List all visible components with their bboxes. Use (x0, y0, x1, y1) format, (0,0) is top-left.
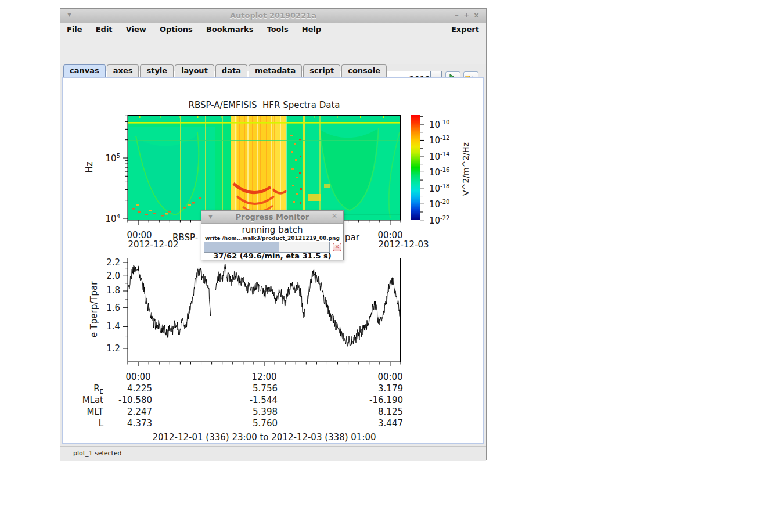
expert-menu[interactable]: Expert (448, 23, 483, 36)
spectrogram-ytick-1e4: 104 (97, 213, 120, 224)
tab-axes[interactable]: axes (107, 64, 139, 77)
colorbar-tick-4: 10-18 (429, 183, 449, 194)
plot2-title-fragment-left: RBSP- (172, 232, 198, 243)
window-title: Autoplot 20190221a (60, 11, 486, 20)
ephem-l-2: 5.760 (225, 418, 278, 429)
progress-task-label: running batch (201, 225, 343, 235)
ts-xtick-2: 00:00 (376, 372, 404, 382)
colorbar-gradient (411, 115, 420, 220)
uri-toolbar: a_rel04_ect-hope-mom-l3_$Y$m$d_v$(v,sep)… (60, 36, 486, 64)
colorbar-tick-6: 10-22 (429, 215, 449, 226)
ephem-re-1: 4.225 (100, 383, 152, 394)
timeseries-frame (128, 258, 401, 362)
minimize-button[interactable]: – (452, 10, 462, 19)
tab-console[interactable]: console (341, 64, 387, 77)
progress-monitor-dialog[interactable]: ▼ Progress Monitor ✕ running batch write… (201, 210, 344, 260)
ephem-mlat-3: -16.190 (351, 395, 403, 405)
ephem-re-2: 5.756 (225, 383, 278, 394)
ephem-label-mlat: MLat (69, 395, 103, 405)
dialog-title-bar[interactable]: ▼ Progress Monitor ✕ (201, 211, 343, 224)
menu-view[interactable]: View (121, 23, 152, 36)
tab-strip: canvasaxesstylelayoutdatametadatascriptc… (60, 64, 486, 77)
colorbar-tick-2: 10-14 (429, 151, 449, 162)
timeseries-plot[interactable] (121, 258, 401, 369)
tab-layout[interactable]: layout (175, 64, 214, 77)
colorbar-tick-5: 10-20 (429, 199, 449, 210)
ephem-label-mlt: MLT (69, 407, 103, 417)
ephem-mlt-2: 5.398 (225, 407, 278, 417)
tperp-tpar-trace (128, 264, 401, 346)
ephem-mlat-1: -10.580 (100, 395, 152, 405)
spectrogram-ytick-1e5: 105 (97, 153, 120, 164)
spectrogram-title: RBSP-A/EMFISIS HFR Spectra Data (148, 100, 380, 110)
spectrogram-image (128, 115, 401, 220)
menu-bar: File Edit View Options Bookmarks Tools H… (60, 23, 486, 36)
colorbar-tick-1: 10-12 (429, 135, 449, 146)
ephem-label-re: RE (69, 383, 103, 395)
ts-ytick-4: 1.4 (97, 321, 120, 332)
ts-ytick-1: 2.0 (97, 271, 120, 281)
ts-ytick-2: 1.8 (97, 285, 120, 296)
tab-canvas[interactable]: canvas (63, 64, 106, 77)
progress-status-label: 37/62 (49.6/min, eta 31.5 s) (201, 251, 343, 260)
progress-bar-fill (204, 242, 279, 252)
ephem-label-l: L (69, 418, 103, 429)
spectrogram-ylabel: Hz (85, 159, 94, 176)
ts-xtick-1: 12:00 (250, 372, 278, 382)
progress-detail-label: write /hom...walk3/product_20121219_00.p… (201, 235, 343, 241)
dialog-title: Progress Monitor (201, 213, 343, 221)
ephem-l-1: 4.373 (100, 418, 152, 429)
tab-style[interactable]: style (140, 64, 174, 77)
status-bar: plot_1 selected (60, 446, 486, 461)
ts-xtick-0: 00:00 (124, 372, 152, 382)
status-message: plot_1 selected (73, 450, 122, 457)
tab-script[interactable]: script (303, 64, 340, 77)
plot-canvas[interactable]: RBSP-A/EMFISIS HFR Spectra Data (62, 77, 484, 444)
menu-options[interactable]: Options (154, 23, 198, 36)
colorbar[interactable] (408, 115, 428, 225)
menu-bookmarks[interactable]: Bookmarks (201, 23, 259, 36)
tab-data[interactable]: data (215, 64, 247, 77)
maximize-button[interactable]: + (462, 10, 472, 19)
colorbar-label: V^2/m^2/Hz (461, 137, 470, 201)
close-button[interactable]: x (472, 10, 481, 19)
ts-ytick-5: 1.2 (97, 343, 120, 354)
ts-ytick-3: 1.6 (97, 303, 120, 313)
ts-ytick-0: 2.2 (97, 257, 120, 268)
desktop: ▼ Autoplot 20190221a –+x File Edit View … (0, 0, 781, 532)
time-range-label: 2012-12-01 (336) 23:00 to 2012-12-03 (33… (148, 432, 380, 443)
tab-metadata[interactable]: metadata (249, 64, 302, 77)
menu-tools[interactable]: Tools (262, 23, 294, 36)
dialog-close-icon[interactable]: ✕ (332, 212, 337, 220)
colorbar-ticks (420, 116, 424, 220)
menu-help[interactable]: Help (297, 23, 326, 36)
spec-xdate-right: 2012-12-03 (373, 239, 434, 250)
ephem-mlat-2: -1.544 (225, 395, 278, 405)
plot2-title-fragment-right: par (345, 232, 359, 243)
ephem-mlt-3: 8.125 (351, 407, 403, 417)
colorbar-tick-0: 10-10 (429, 119, 449, 130)
stop-button[interactable]: ✕ (333, 243, 341, 251)
timeseries-axis-ticks (123, 263, 401, 366)
ephem-l-3: 3.447 (351, 418, 403, 429)
menu-file[interactable]: File (62, 23, 88, 36)
ephem-re-3: 3.179 (351, 383, 403, 394)
ephem-mlt-1: 2.247 (100, 407, 152, 417)
colorbar-tick-3: 10-16 (429, 167, 449, 178)
menu-edit[interactable]: Edit (91, 23, 118, 36)
title-bar[interactable]: ▼ Autoplot 20190221a –+x (60, 9, 486, 23)
